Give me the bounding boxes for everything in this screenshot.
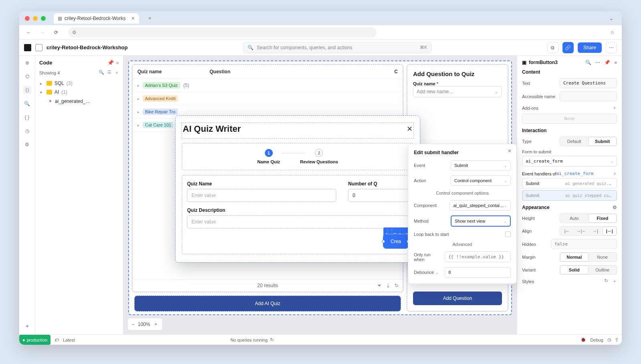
type-segmented[interactable]: Default Submit: [560, 137, 617, 146]
code-filter-icon[interactable]: ☰: [107, 70, 111, 76]
zoom-out-icon[interactable]: −: [132, 322, 135, 327]
table-row[interactable]: ▸Adrian's S3 Quiz(5): [133, 79, 403, 92]
retool-logo[interactable]: [24, 44, 31, 51]
addons-none[interactable]: None: [522, 114, 617, 124]
tree-item-ai-generated[interactable]: ✦ ai_generated_…: [39, 97, 119, 106]
site-settings-icon[interactable]: ⚙: [72, 30, 77, 35]
pin-icon[interactable]: 📌: [107, 60, 114, 66]
num-questions-input[interactable]: [348, 189, 408, 202]
margin-segmented[interactable]: NormalNone: [560, 252, 617, 262]
forward-button[interactable]: →: [38, 28, 47, 37]
search-rail-icon[interactable]: 🔍: [23, 100, 31, 108]
caret-icon[interactable]: ▸: [40, 81, 44, 86]
inspector-expand-icon[interactable]: »: [614, 60, 617, 65]
col-c[interactable]: C: [394, 69, 398, 74]
address-bar[interactable]: ⚙: [68, 27, 377, 38]
event-handler-row-selected[interactable]: Submitai_quiz_stepped_conta…: [522, 190, 617, 201]
variant-segmented[interactable]: SolidOutline: [560, 265, 617, 275]
align-center-icon[interactable]: →|←: [574, 227, 588, 235]
component-select[interactable]: ai_quiz_stepped_contai…⌄: [450, 200, 511, 211]
stepper[interactable]: 1 Name Quiz 2 Review Questions: [182, 143, 413, 170]
add-question-button[interactable]: Add Question: [413, 292, 502, 305]
col-question[interactable]: Question: [210, 69, 230, 74]
loop-back-checkbox[interactable]: [505, 231, 511, 237]
align-left-icon[interactable]: |←: [560, 227, 574, 235]
text-field[interactable]: Create Questions: [560, 78, 617, 88]
styles-add-icon[interactable]: ＋: [612, 278, 617, 285]
queries-refresh-icon[interactable]: ↻: [270, 337, 274, 342]
command-search[interactable]: 🔍 Search for components, queries, and ac…: [243, 42, 431, 53]
code-search-icon[interactable]: 🔍: [99, 70, 104, 76]
footer-help-icon[interactable]: ?: [615, 338, 618, 342]
tree-view-icon[interactable]: ⌬: [23, 72, 31, 80]
history-icon[interactable]: ◷: [23, 127, 31, 135]
filter-icon[interactable]: ⏷: [377, 283, 382, 288]
step-1-dot[interactable]: 1: [265, 149, 273, 157]
refresh-icon[interactable]: ↻: [395, 283, 399, 288]
close-modal-icon[interactable]: ✕: [407, 125, 413, 133]
version-latest[interactable]: Latest: [63, 338, 75, 342]
debug-bug-icon[interactable]: 🐞: [581, 337, 586, 342]
state-icon[interactable]: { }: [23, 113, 31, 121]
only-run-input[interactable]: [445, 251, 511, 262]
code-panel-icon[interactable]: ⟨⟩: [23, 86, 31, 94]
minimize-window-button[interactable]: [33, 16, 38, 21]
zoom-in-icon[interactable]: ＋: [153, 321, 158, 328]
share-button[interactable]: Share: [578, 42, 602, 53]
new-tab-button[interactable]: ＋: [145, 13, 155, 24]
add-handler-icon[interactable]: ＋: [613, 171, 617, 177]
height-auto[interactable]: Auto: [560, 214, 589, 223]
share-link-icon[interactable]: 🔗: [562, 42, 574, 53]
action-select[interactable]: Control component⌄: [451, 175, 511, 186]
margin-normal[interactable]: Normal: [560, 253, 589, 261]
bookmark-star-icon[interactable]: ☆: [607, 28, 617, 37]
align-stretch-icon[interactable]: |↔|: [603, 227, 617, 235]
code-add-icon[interactable]: ＋: [115, 70, 119, 76]
close-window-button[interactable]: [25, 16, 30, 21]
panel-toggle-icon[interactable]: [35, 44, 42, 51]
collapse-panel-icon[interactable]: «: [116, 60, 119, 66]
add-ai-quiz-button[interactable]: Add AI Quiz: [135, 296, 401, 311]
form-to-submit-select[interactable]: ai_create_form⌄: [522, 156, 617, 167]
tree-folder-ai[interactable]: ▾ AI (1): [39, 88, 119, 97]
addons-add-icon[interactable]: ＋: [612, 105, 617, 111]
height-fixed[interactable]: Fixed: [589, 214, 617, 223]
tabs-menu-icon[interactable]: ⌄: [607, 14, 616, 23]
close-tab-icon[interactable]: ✕: [131, 16, 135, 21]
maximize-window-button[interactable]: [41, 16, 46, 21]
close-popover-icon[interactable]: ✕: [508, 148, 512, 154]
appearance-settings-icon[interactable]: ⚙: [613, 205, 617, 210]
more-menu-icon[interactable]: ⋯: [606, 42, 617, 53]
caret-icon[interactable]: ▾: [40, 90, 44, 95]
styles-reset-icon[interactable]: ↻: [604, 278, 608, 285]
variant-solid[interactable]: Solid: [560, 265, 589, 274]
quiz-name-input[interactable]: [187, 189, 336, 202]
margin-none[interactable]: None: [589, 253, 617, 261]
create-questions-button[interactable]: Crea: [383, 235, 408, 248]
variant-outline[interactable]: Outline: [589, 265, 617, 274]
height-segmented[interactable]: AutoFixed: [560, 213, 617, 223]
align-segmented[interactable]: |← →|← →| |↔|: [560, 226, 617, 236]
chevron-down-icon[interactable]: ⌄: [435, 270, 439, 275]
reload-button[interactable]: ⟳: [51, 28, 61, 37]
quiz-desc-input[interactable]: [187, 215, 408, 228]
hidden-field[interactable]: [551, 239, 617, 249]
type-submit-option[interactable]: Submit: [589, 137, 617, 146]
zoom-control[interactable]: − 100% ＋: [127, 318, 163, 330]
debounce-input[interactable]: [445, 267, 511, 278]
accessible-name-field[interactable]: [560, 91, 617, 101]
col-quiz-name[interactable]: Quiz name: [137, 69, 210, 74]
event-select[interactable]: Submit⌄: [451, 160, 511, 171]
tree-folder-sql[interactable]: ▸ SQL (3): [39, 79, 119, 88]
debug-label[interactable]: Debug: [590, 338, 603, 342]
handlers-link[interactable]: ai_create_form: [556, 171, 594, 176]
add-component-icon[interactable]: ⊕: [23, 59, 31, 67]
download-icon[interactable]: ⭳: [386, 283, 391, 288]
type-default-option[interactable]: Default: [560, 137, 589, 146]
browser-tab[interactable]: ▦ criley-Retool-Bedrock-Works ✕: [54, 13, 139, 24]
back-button[interactable]: ←: [24, 28, 34, 37]
inspector-more-icon[interactable]: ⋯: [595, 60, 600, 65]
inspector-pin-icon[interactable]: 📌: [604, 60, 610, 65]
app-canvas[interactable]: Quiz name Question C ▸Adrian's S3 Quiz(5…: [123, 56, 517, 334]
step-2-dot[interactable]: 2: [315, 149, 323, 157]
